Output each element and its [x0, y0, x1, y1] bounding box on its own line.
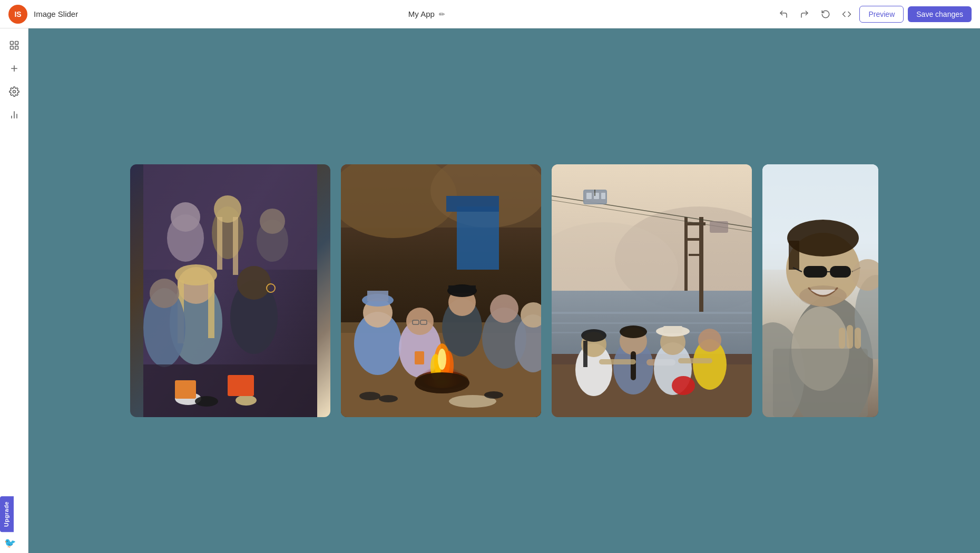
svg-rect-33 — [228, 375, 254, 396]
svg-rect-97 — [583, 341, 587, 367]
svg-rect-78 — [699, 217, 703, 312]
bird-icon: 🐦 — [4, 537, 16, 549]
slide-3-image — [552, 164, 752, 417]
svg-rect-23 — [208, 280, 214, 338]
svg-rect-38 — [341, 164, 541, 228]
sidebar-item-dashboard[interactable] — [4, 35, 25, 56]
canvas-area — [28, 28, 980, 553]
svg-point-108 — [698, 329, 721, 352]
svg-rect-0 — [10, 42, 13, 45]
svg-rect-121 — [830, 266, 851, 278]
svg-rect-46 — [367, 291, 388, 301]
sidebar-item-add[interactable] — [4, 58, 25, 79]
svg-rect-15 — [217, 217, 222, 270]
slide-1[interactable] — [130, 164, 330, 417]
svg-point-109 — [672, 376, 695, 395]
svg-rect-111 — [678, 358, 712, 363]
svg-rect-131 — [773, 349, 868, 417]
svg-rect-100 — [631, 351, 636, 380]
app-logo: IS — [8, 5, 27, 24]
svg-rect-34 — [175, 380, 196, 399]
svg-point-4 — [13, 91, 15, 93]
svg-point-64 — [490, 294, 518, 323]
svg-rect-16 — [233, 217, 238, 275]
svg-point-48 — [406, 308, 434, 335]
svg-rect-128 — [839, 328, 845, 349]
upgrade-button[interactable]: Upgrade — [0, 496, 14, 532]
code-button[interactable] — [838, 6, 855, 23]
svg-point-125 — [799, 285, 847, 307]
svg-rect-89 — [601, 193, 605, 199]
sidebar-item-analytics[interactable] — [4, 104, 25, 125]
redo-icon — [800, 9, 809, 19]
svg-point-31 — [195, 396, 218, 407]
app-title: Image Slider — [34, 9, 78, 18]
preview-button[interactable]: Preview — [859, 6, 904, 23]
svg-rect-82 — [689, 254, 702, 256]
svg-rect-40 — [446, 196, 499, 212]
svg-point-12 — [171, 202, 200, 232]
svg-point-32 — [236, 395, 257, 406]
logo-text: IS — [14, 10, 21, 18]
image-slider-preview — [130, 164, 878, 417]
svg-rect-87 — [586, 193, 592, 199]
save-changes-button[interactable]: Save changes — [908, 6, 972, 22]
main-layout: Upgrade 🐦 — [0, 28, 980, 553]
revert-button[interactable] — [817, 6, 834, 23]
svg-rect-54 — [448, 285, 476, 293]
svg-point-18 — [260, 209, 285, 234]
svg-point-68 — [359, 392, 380, 400]
settings-icon — [9, 86, 19, 97]
edit-app-name-icon[interactable]: ✏ — [439, 10, 445, 18]
svg-rect-3 — [15, 46, 18, 50]
svg-rect-110 — [599, 359, 636, 364]
topbar-actions: Preview Save changes — [775, 6, 972, 23]
slide-4[interactable] — [762, 164, 878, 417]
svg-rect-2 — [10, 46, 13, 50]
slide-3[interactable] — [552, 164, 752, 417]
topbar: IS Image Slider My App ✏ — [0, 0, 980, 28]
slide-1-image — [130, 164, 330, 417]
svg-rect-91 — [710, 221, 728, 233]
undo-icon — [779, 9, 788, 19]
svg-rect-55 — [415, 351, 424, 364]
svg-rect-106 — [663, 326, 682, 333]
svg-point-28 — [150, 279, 179, 308]
svg-rect-119 — [789, 241, 799, 270]
svg-rect-129 — [847, 325, 853, 349]
svg-rect-77 — [552, 332, 752, 333]
svg-point-25 — [237, 266, 271, 300]
topbar-center: My App ✏ — [84, 9, 769, 18]
svg-rect-39 — [457, 206, 499, 270]
svg-point-69 — [379, 395, 398, 402]
dashboard-icon — [9, 40, 19, 51]
sidebar-item-settings[interactable] — [4, 81, 25, 102]
svg-point-61 — [438, 349, 446, 370]
svg-rect-130 — [855, 328, 861, 349]
revert-icon — [821, 9, 830, 19]
app-name-label: My App — [408, 9, 435, 18]
svg-rect-75 — [552, 312, 752, 314]
svg-point-96 — [581, 329, 606, 342]
svg-point-101 — [620, 325, 647, 338]
redo-button[interactable] — [796, 6, 813, 23]
svg-point-62 — [415, 372, 469, 393]
svg-rect-79 — [684, 217, 688, 291]
analytics-icon — [9, 110, 19, 120]
sidebar: Upgrade 🐦 — [0, 28, 28, 553]
svg-point-70 — [484, 391, 503, 399]
add-icon — [9, 63, 19, 74]
svg-rect-76 — [552, 322, 752, 324]
svg-rect-81 — [688, 238, 703, 241]
svg-rect-120 — [803, 266, 827, 278]
slide-4-image — [762, 164, 878, 417]
svg-rect-1 — [15, 42, 18, 45]
code-icon — [842, 9, 851, 19]
slide-2[interactable] — [341, 164, 541, 417]
slide-2-image — [341, 164, 541, 417]
undo-button[interactable] — [775, 6, 792, 23]
